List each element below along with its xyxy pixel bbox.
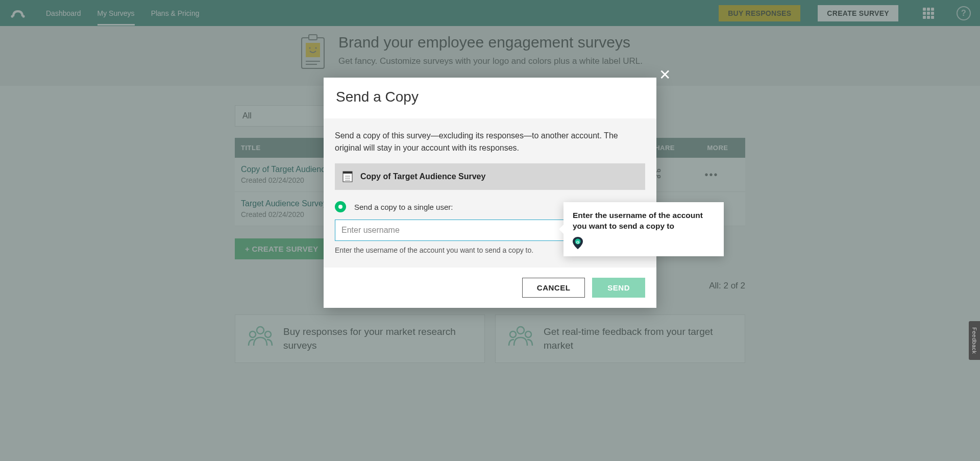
single-user-radio[interactable]: [335, 201, 346, 212]
radio-label: Send a copy to a single user:: [354, 203, 453, 211]
survey-name: Copy of Target Audience Survey: [360, 172, 485, 181]
survey-chip: Copy of Target Audience Survey: [335, 163, 645, 190]
grammarly-pin-icon: G: [573, 237, 583, 249]
document-icon: [342, 171, 353, 183]
modal-title: Send a Copy: [336, 89, 644, 105]
cancel-button[interactable]: CANCEL: [522, 278, 585, 298]
tooltip-text: Enter the username of the account you wa…: [573, 210, 715, 232]
feedback-tab[interactable]: Feedback: [969, 321, 980, 360]
close-icon[interactable]: ✕: [659, 66, 671, 83]
svg-text:G: G: [576, 239, 579, 244]
modal-description: Send a copy of this survey—excluding its…: [335, 130, 645, 154]
svg-rect-21: [343, 172, 352, 174]
tooltip: Enter the username of the account you wa…: [564, 202, 724, 256]
send-copy-modal: ✕ Send a Copy Send a copy of this survey…: [324, 78, 656, 308]
send-button[interactable]: SEND: [592, 278, 645, 298]
